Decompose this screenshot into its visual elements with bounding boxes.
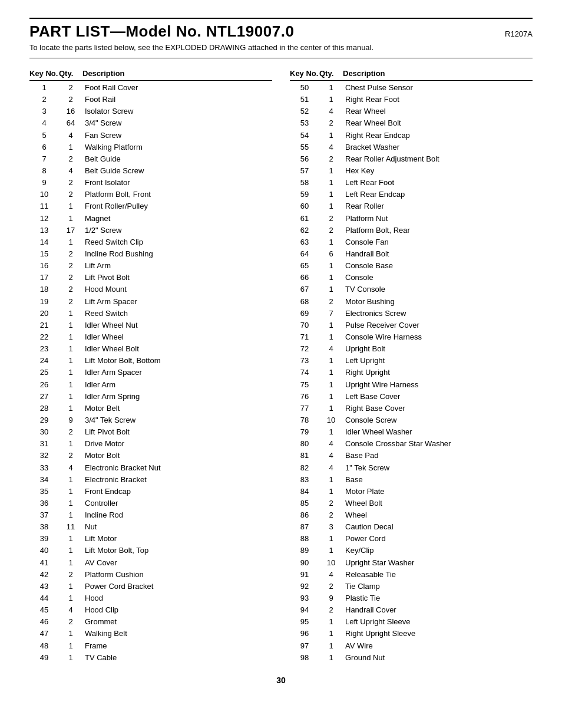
part-key: 48 (29, 640, 59, 652)
part-desc: Ground Nut (343, 652, 533, 664)
part-qty: 2 (59, 260, 82, 272)
part-desc: TV Cable (82, 652, 272, 664)
part-qty: 1 (59, 213, 82, 225)
part-desc: Right Upright (343, 367, 533, 378)
part-qty: 1 (59, 331, 82, 343)
part-desc: Console Wire Harness (343, 331, 533, 343)
part-key: 38 (29, 521, 59, 533)
part-key: 29 (29, 414, 59, 426)
part-qty: 4 (319, 462, 343, 474)
part-qty: 64 (59, 117, 82, 129)
part-qty: 4 (59, 462, 82, 474)
table-row: 63 1 Console Fan (290, 236, 533, 248)
part-key: 1 (29, 82, 59, 94)
table-row: 46 2 Grommet (29, 616, 272, 628)
part-key: 14 (29, 236, 59, 248)
table-row: 35 1 Front Endcap (29, 486, 272, 498)
part-desc: Front Isolator (82, 177, 272, 189)
part-key: 20 (29, 308, 59, 319)
part-desc: Belt Guide (82, 153, 272, 165)
part-qty: 2 (59, 616, 82, 628)
part-desc: Lift Arm Spacer (82, 296, 272, 308)
left-parts-list: 1 2 Foot Rail Cover 2 2 Foot Rail 3 16 I… (29, 82, 272, 664)
table-row: 8 4 Belt Guide Screw (29, 165, 272, 177)
part-qty: 1 (59, 533, 82, 545)
part-desc: Console Fan (343, 236, 533, 248)
part-key: 16 (29, 260, 59, 272)
part-key: 85 (290, 498, 319, 509)
table-row: 11 1 Front Roller/Pulley (29, 200, 272, 212)
part-qty: 1 (319, 130, 343, 141)
part-desc: Console Crossbar Star Washer (343, 438, 533, 450)
part-qty: 2 (59, 153, 82, 165)
table-row: 64 6 Handrail Bolt (290, 248, 533, 260)
table-row: 61 2 Platform Nut (290, 213, 533, 225)
part-qty: 1 (59, 628, 82, 640)
part-qty: 2 (59, 296, 82, 308)
table-row: 70 1 Pulse Receiver Cover (290, 319, 533, 331)
part-key: 43 (29, 581, 59, 592)
part-key: 88 (290, 533, 319, 545)
table-row: 9 2 Front Isolator (29, 177, 272, 189)
table-row: 42 2 Platform Cushion (29, 569, 272, 581)
part-desc: Left Rear Foot (343, 177, 533, 189)
part-qty: 1 (319, 355, 343, 367)
right-parts-list: 50 1 Chest Pulse Sensor 51 1 Right Rear … (290, 82, 533, 664)
table-row: 6 1 Walking Platform (29, 141, 272, 153)
part-key: 84 (290, 486, 319, 498)
table-row: 80 4 Console Crossbar Star Washer (290, 438, 533, 450)
part-qty: 1 (319, 331, 343, 343)
part-key: 37 (29, 509, 59, 521)
part-key: 18 (29, 284, 59, 295)
part-desc: Wheel (343, 509, 533, 521)
part-key: 60 (290, 200, 319, 212)
part-desc: Idler Arm Spring (82, 391, 272, 403)
part-desc: TV Console (343, 284, 533, 295)
table-row: 77 1 Right Base Cover (290, 403, 533, 414)
part-key: 61 (290, 213, 319, 225)
part-desc: Platform Nut (343, 213, 533, 225)
part-key: 89 (290, 545, 319, 556)
part-qty: 4 (319, 343, 343, 355)
part-desc: 3/4" Screw (82, 117, 272, 129)
part-key: 23 (29, 343, 59, 355)
part-qty: 1 (319, 533, 343, 545)
table-row: 97 1 AV Wire (290, 640, 533, 652)
part-desc: Foot Rail Cover (82, 82, 272, 94)
part-qty: 9 (319, 592, 343, 604)
part-qty: 2 (319, 604, 343, 616)
part-desc: Nut (82, 521, 272, 533)
part-desc: Left Upright Sleeve (343, 616, 533, 628)
part-desc: 1/2" Screw (82, 225, 272, 236)
part-qty: 1 (319, 189, 343, 200)
part-qty: 16 (59, 106, 82, 117)
part-desc: Power Cord Bracket (82, 581, 272, 592)
part-key: 22 (29, 331, 59, 343)
table-row: 89 1 Key/Clip (290, 545, 533, 556)
part-qty: 2 (319, 117, 343, 129)
part-key: 3 (29, 106, 59, 117)
right-key-no-header: Key No. (290, 69, 319, 78)
table-row: 52 4 Rear Wheel (290, 106, 533, 117)
part-desc: Electronic Bracket Nut (82, 462, 272, 474)
part-desc: Base Pad (343, 450, 533, 462)
part-key: 58 (290, 177, 319, 189)
table-row: 96 1 Right Upright Sleeve (290, 628, 533, 640)
table-row: 50 1 Chest Pulse Sensor (290, 82, 533, 94)
part-key: 65 (290, 260, 319, 272)
part-key: 24 (29, 355, 59, 367)
part-desc: Incline Rod (82, 509, 272, 521)
table-row: 76 1 Left Base Cover (290, 391, 533, 403)
part-qty: 1 (59, 557, 82, 569)
part-desc: Motor Bolt (82, 450, 272, 462)
part-desc: Left Upright (343, 355, 533, 367)
part-qty: 1 (59, 438, 82, 450)
table-row: 18 2 Hood Mount (29, 284, 272, 295)
part-qty: 1 (59, 236, 82, 248)
part-key: 71 (290, 331, 319, 343)
part-desc: Rear Roller (343, 200, 533, 212)
part-desc: Idler Wheel Bolt (82, 343, 272, 355)
part-qty: 2 (59, 284, 82, 295)
table-row: 13 17 1/2" Screw (29, 225, 272, 236)
part-key: 87 (290, 521, 319, 533)
